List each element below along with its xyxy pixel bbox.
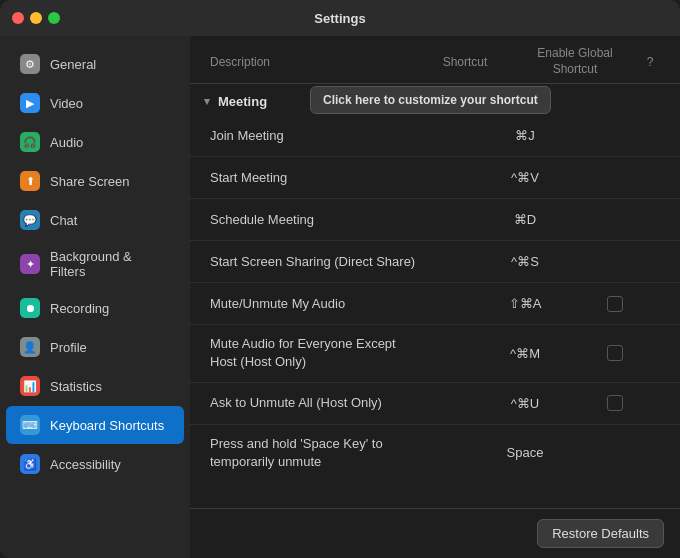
row-shortcut: ^⌘M <box>480 346 570 361</box>
shortcut-row: Join Meeting⌘J <box>190 115 680 157</box>
sidebar-label-keyboard: Keyboard Shortcuts <box>50 418 164 433</box>
sidebar-label-accessibility: Accessibility <box>50 457 121 472</box>
shortcut-row: Press and hold 'Space Key' totemporarily… <box>190 425 680 481</box>
background-icon: ✦ <box>20 254 40 274</box>
row-shortcut: ⌘D <box>480 212 570 227</box>
shortcut-tooltip: Click here to customize your shortcut <box>310 86 551 114</box>
row-shortcut: ^⌘S <box>480 254 570 269</box>
row-shortcut: Space <box>480 445 570 460</box>
row-shortcut: ⌘J <box>480 128 570 143</box>
recording-icon: ⏺ <box>20 298 40 318</box>
row-description: Mute/Unmute My Audio <box>210 295 480 313</box>
row-description: Join Meeting <box>210 127 480 145</box>
restore-defaults-button[interactable]: Restore Defaults <box>537 519 664 548</box>
general-icon: ⚙ <box>20 54 40 74</box>
traffic-lights <box>12 12 60 24</box>
shortcut-row: Ask to Unmute All (Host Only)^⌘U <box>190 383 680 425</box>
row-description: Mute Audio for Everyone ExceptHost (Host… <box>210 335 480 371</box>
row-checkbox-container <box>570 296 660 312</box>
sidebar-label-chat: Chat <box>50 213 77 228</box>
row-description: Ask to Unmute All (Host Only) <box>210 394 480 412</box>
col-global-header: Enable GlobalShortcut <box>530 46 620 77</box>
accessibility-icon: ♿ <box>20 454 40 474</box>
sidebar-label-background: Background & Filters <box>50 249 170 279</box>
sidebar-label-profile: Profile <box>50 340 87 355</box>
video-icon: ▶ <box>20 93 40 113</box>
row-shortcut: ^⌘V <box>480 170 570 185</box>
sidebar-label-general: General <box>50 57 96 72</box>
share-screen-icon: ⬆ <box>20 171 40 191</box>
profile-icon: 👤 <box>20 337 40 357</box>
content-scroll[interactable]: ▾ Meeting Click here to customize your s… <box>190 84 680 508</box>
sidebar-item-accessibility[interactable]: ♿Accessibility <box>6 445 184 483</box>
row-shortcut: ⇧⌘A <box>480 296 570 311</box>
row-checkbox-container <box>570 345 660 361</box>
section-header[interactable]: ▾ Meeting Click here to customize your s… <box>190 84 680 115</box>
keyboard-icon: ⌨ <box>20 415 40 435</box>
close-button[interactable] <box>12 12 24 24</box>
sidebar: ⚙General▶Video🎧Audio⬆Share Screen💬Chat✦B… <box>0 36 190 558</box>
sidebar-item-statistics[interactable]: 📊Statistics <box>6 367 184 405</box>
maximize-button[interactable] <box>48 12 60 24</box>
row-description: Start Meeting <box>210 169 480 187</box>
row-description: Start Screen Sharing (Direct Share) <box>210 253 480 271</box>
sidebar-item-audio[interactable]: 🎧Audio <box>6 123 184 161</box>
minimize-button[interactable] <box>30 12 42 24</box>
sidebar-item-chat[interactable]: 💬Chat <box>6 201 184 239</box>
app-body: ⚙General▶Video🎧Audio⬆Share Screen💬Chat✦B… <box>0 36 680 558</box>
footer: Restore Defaults <box>190 508 680 558</box>
sidebar-label-video: Video <box>50 96 83 111</box>
global-shortcut-checkbox[interactable] <box>607 395 623 411</box>
title-bar: Settings <box>0 0 680 36</box>
main-content: Description Shortcut Enable GlobalShortc… <box>190 36 680 558</box>
sidebar-item-background[interactable]: ✦Background & Filters <box>6 240 184 288</box>
sidebar-label-statistics: Statistics <box>50 379 102 394</box>
statistics-icon: 📊 <box>20 376 40 396</box>
sidebar-label-audio: Audio <box>50 135 83 150</box>
shortcut-row: Mute Audio for Everyone ExceptHost (Host… <box>190 325 680 382</box>
content-header: Description Shortcut Enable GlobalShortc… <box>190 36 680 84</box>
row-shortcut: ^⌘U <box>480 396 570 411</box>
sidebar-item-video[interactable]: ▶Video <box>6 84 184 122</box>
global-shortcut-checkbox[interactable] <box>607 296 623 312</box>
row-checkbox-container <box>570 395 660 411</box>
sidebar-label-share-screen: Share Screen <box>50 174 130 189</box>
chat-icon: 💬 <box>20 210 40 230</box>
audio-icon: 🎧 <box>20 132 40 152</box>
sidebar-item-general[interactable]: ⚙General <box>6 45 184 83</box>
row-description: Schedule Meeting <box>210 211 480 229</box>
shortcut-row: Start Screen Sharing (Direct Share)^⌘S <box>190 241 680 283</box>
window-title: Settings <box>314 11 365 26</box>
global-shortcut-checkbox[interactable] <box>607 345 623 361</box>
shortcut-rows: Join Meeting⌘JStart Meeting^⌘VSchedule M… <box>190 115 680 481</box>
shortcut-row: Start Meeting^⌘V <box>190 157 680 199</box>
sidebar-label-recording: Recording <box>50 301 109 316</box>
col-shortcut-header: Shortcut <box>420 55 510 69</box>
col-info-header: ? <box>640 55 660 69</box>
col-description-header: Description <box>210 55 400 69</box>
section-label: Meeting <box>218 94 267 109</box>
sidebar-item-share-screen[interactable]: ⬆Share Screen <box>6 162 184 200</box>
row-description: Press and hold 'Space Key' totemporarily… <box>210 435 480 471</box>
shortcut-row: Schedule Meeting⌘D <box>190 199 680 241</box>
sidebar-item-recording[interactable]: ⏺Recording <box>6 289 184 327</box>
sidebar-item-keyboard[interactable]: ⌨Keyboard Shortcuts <box>6 406 184 444</box>
shortcut-row: Mute/Unmute My Audio⇧⌘A <box>190 283 680 325</box>
chevron-down-icon: ▾ <box>204 95 210 108</box>
sidebar-item-profile[interactable]: 👤Profile <box>6 328 184 366</box>
